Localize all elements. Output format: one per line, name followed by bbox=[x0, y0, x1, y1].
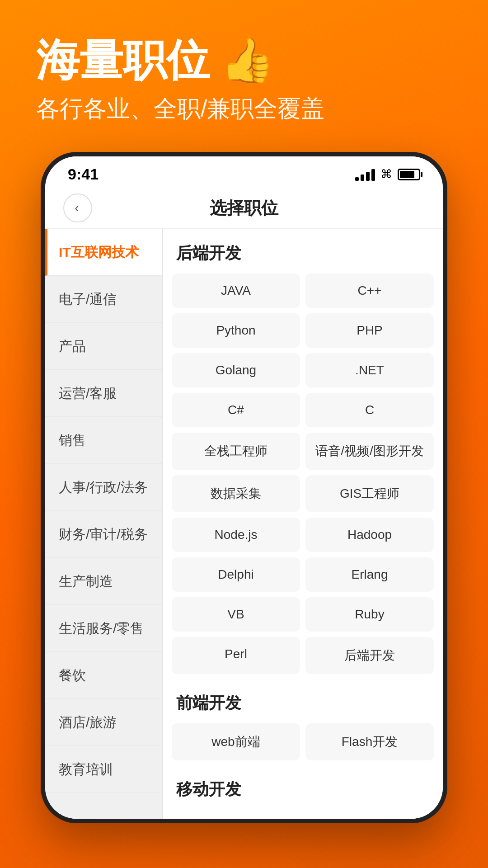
sidebar-item-1[interactable]: 电子/通信 bbox=[45, 276, 162, 323]
grid-item-0-13[interactable]: Hadoop bbox=[305, 518, 434, 552]
grid-item-0-2[interactable]: Python bbox=[172, 313, 300, 348]
phone-container: 9:41 ⌘ ‹ 选择职位 bbox=[0, 152, 488, 823]
content-area: IT互联网技术电子/通信产品运营/客服销售人事/行政/法务财务/审计/税务生产制… bbox=[45, 229, 443, 819]
signal-icon bbox=[355, 168, 375, 181]
sidebar-item-8[interactable]: 生活服务/零售 bbox=[45, 605, 162, 652]
grid-item-0-5[interactable]: .NET bbox=[305, 353, 434, 387]
grid-item-0-4[interactable]: Golang bbox=[172, 353, 300, 387]
items-grid-0: JAVAC++PythonPHPGolang.NETC#C全栈工程师语音/视频/… bbox=[163, 274, 443, 679]
grid-item-0-11[interactable]: GIS工程师 bbox=[305, 475, 434, 512]
chevron-left-icon: ‹ bbox=[75, 201, 79, 215]
grid-item-0-9[interactable]: 语音/视频/图形开发 bbox=[305, 433, 434, 470]
hero-area: 海量职位 👍 各行各业、全职/兼职全覆盖 bbox=[0, 0, 488, 152]
section-header-1: 前端开发 bbox=[163, 679, 443, 723]
hero-subtitle: 各行各业、全职/兼职全覆盖 bbox=[36, 93, 452, 125]
sidebar-item-11[interactable]: 教育培训 bbox=[45, 746, 162, 793]
grid-item-0-1[interactable]: C++ bbox=[305, 274, 434, 308]
sidebar-item-3[interactable]: 运营/客服 bbox=[45, 370, 162, 417]
right-content: 后端开发JAVAC++PythonPHPGolang.NETC#C全栈工程师语音… bbox=[163, 229, 443, 819]
section-header-2: 移动开发 bbox=[163, 765, 443, 810]
items-grid-1: web前端Flash开发 bbox=[163, 723, 443, 765]
battery-icon bbox=[398, 169, 420, 180]
hero-title-text: 海量职位 bbox=[36, 36, 210, 84]
sidebar: IT互联网技术电子/通信产品运营/客服销售人事/行政/法务财务/审计/税务生产制… bbox=[45, 229, 163, 819]
hero-title: 海量职位 👍 bbox=[36, 36, 452, 84]
sidebar-item-10[interactable]: 酒店/旅游 bbox=[45, 699, 162, 746]
thumb-icon: 👍 bbox=[221, 36, 275, 84]
nav-bar: ‹ 选择职位 bbox=[45, 188, 443, 229]
grid-item-0-8[interactable]: 全栈工程师 bbox=[172, 433, 300, 470]
grid-item-0-17[interactable]: Ruby bbox=[305, 597, 434, 632]
grid-item-0-15[interactable]: Erlang bbox=[305, 557, 434, 592]
grid-item-0-3[interactable]: PHP bbox=[305, 313, 434, 348]
grid-item-0-14[interactable]: Delphi bbox=[172, 557, 300, 592]
status-bar: 9:41 ⌘ bbox=[45, 156, 443, 188]
sidebar-item-5[interactable]: 人事/行政/法务 bbox=[45, 464, 162, 511]
sidebar-item-4[interactable]: 销售 bbox=[45, 417, 162, 464]
grid-item-0-7[interactable]: C bbox=[305, 393, 434, 427]
grid-item-0-6[interactable]: C# bbox=[172, 393, 300, 427]
grid-item-1-0[interactable]: web前端 bbox=[172, 723, 300, 760]
status-time: 9:41 bbox=[68, 165, 99, 183]
grid-item-0-0[interactable]: JAVA bbox=[172, 274, 300, 308]
grid-item-0-16[interactable]: VB bbox=[172, 597, 300, 632]
sidebar-item-0[interactable]: IT互联网技术 bbox=[45, 229, 162, 276]
grid-item-0-12[interactable]: Node.js bbox=[172, 518, 300, 552]
phone-mockup: 9:41 ⌘ ‹ 选择职位 bbox=[41, 152, 447, 823]
status-icons: ⌘ bbox=[355, 167, 420, 181]
back-button[interactable]: ‹ bbox=[63, 193, 92, 222]
section-header-0: 后端开发 bbox=[163, 229, 443, 274]
sidebar-item-7[interactable]: 生产制造 bbox=[45, 558, 162, 605]
grid-item-0-19[interactable]: 后端开发 bbox=[305, 637, 434, 674]
grid-item-1-1[interactable]: Flash开发 bbox=[305, 723, 434, 760]
nav-title: 选择职位 bbox=[92, 197, 396, 220]
sidebar-item-9[interactable]: 餐饮 bbox=[45, 652, 162, 699]
grid-item-0-10[interactable]: 数据采集 bbox=[172, 475, 300, 512]
wifi-icon: ⌘ bbox=[380, 167, 392, 181]
grid-item-0-18[interactable]: Perl bbox=[172, 637, 300, 674]
sidebar-item-6[interactable]: 财务/审计/税务 bbox=[45, 511, 162, 558]
sidebar-item-2[interactable]: 产品 bbox=[45, 323, 162, 370]
